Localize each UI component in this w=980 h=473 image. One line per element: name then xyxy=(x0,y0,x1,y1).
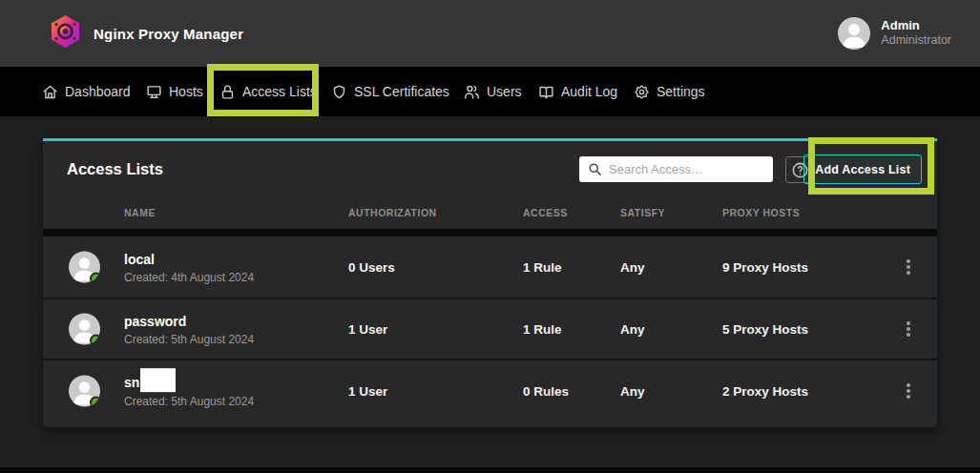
status-online-dot xyxy=(90,273,100,283)
access-lists-panel: Access Lists Add Access List NAME AUTHOR… xyxy=(43,138,937,427)
table-row[interactable]: password Created: 5th August 2024 1 User… xyxy=(43,298,937,359)
nav-item-settings[interactable]: Settings xyxy=(634,67,705,116)
status-online-dot xyxy=(90,397,100,407)
row-menu-kebab-icon[interactable] xyxy=(898,317,919,341)
search-box xyxy=(579,156,773,182)
access-list-created: Created: 5th August 2024 xyxy=(124,333,254,346)
topbar: Nginx Proxy Manager Admin Administrator xyxy=(0,0,980,67)
status-online-dot xyxy=(90,335,100,345)
table-header-row: NAME AUTHORIZATION ACCESS SATISFY PROXY … xyxy=(43,196,937,229)
app-title: Nginx Proxy Manager xyxy=(94,26,243,42)
column-header-name: NAME xyxy=(124,207,156,218)
cell-satisfy: Any xyxy=(620,322,645,337)
row-menu-kebab-icon[interactable] xyxy=(898,379,919,403)
access-list-created: Created: 5th August 2024 xyxy=(124,395,254,408)
gear-icon xyxy=(634,84,650,100)
table-header-divider xyxy=(43,229,937,236)
shield-icon xyxy=(331,84,347,100)
cell-proxy-hosts: 2 Proxy Hosts xyxy=(722,384,808,399)
nav-label-audit-log: Audit Log xyxy=(561,84,617,99)
access-list-avatar xyxy=(69,252,100,283)
cell-satisfy: Any xyxy=(620,384,645,399)
home-icon xyxy=(42,84,58,100)
nav-label-hosts: Hosts xyxy=(169,84,203,99)
nav-item-audit-log[interactable]: Audit Log xyxy=(538,67,617,116)
add-access-list-button[interactable]: Add Access List xyxy=(803,154,922,184)
cell-authorization: 1 User xyxy=(348,384,387,399)
cell-proxy-hosts: 9 Proxy Hosts xyxy=(722,260,808,275)
lock-icon xyxy=(219,84,236,100)
app-logo-icon xyxy=(50,14,81,52)
book-icon xyxy=(538,84,554,100)
column-header-authorization: AUTHORIZATION xyxy=(348,207,437,218)
cell-access: 1 Rule xyxy=(523,322,562,337)
user-avatar xyxy=(838,17,870,50)
page-title: Access Lists xyxy=(67,160,163,178)
table-row[interactable]: sn Created: 5th August 2024 1 User 0 Rul… xyxy=(43,359,937,422)
bottom-edge-strip xyxy=(0,467,980,473)
nav-label-ssl-certificates: SSL Certificates xyxy=(354,84,449,99)
nav-label-dashboard: Dashboard xyxy=(65,84,131,99)
nav-item-dashboard[interactable]: Dashboard xyxy=(42,67,131,116)
column-header-proxy-hosts: PROXY HOSTS xyxy=(722,207,800,218)
user-menu[interactable]: Admin Administrator xyxy=(838,17,951,50)
access-list-name: sn xyxy=(124,375,139,391)
cell-proxy-hosts: 5 Proxy Hosts xyxy=(722,322,808,337)
nav-item-access-lists[interactable]: Access Lists xyxy=(219,67,317,116)
cell-access: 0 Rules xyxy=(523,384,569,399)
row-menu-kebab-icon[interactable] xyxy=(898,255,919,279)
column-header-satisfy: SATISFY xyxy=(620,207,665,218)
brand: Nginx Proxy Manager xyxy=(50,14,243,52)
panel-header: Access Lists Add Access List xyxy=(43,141,937,196)
table-row[interactable]: local Created: 4th August 2024 0 Users 1… xyxy=(43,236,937,298)
nav-label-settings: Settings xyxy=(657,84,705,99)
user-name: Admin xyxy=(881,18,951,33)
nav-label-access-lists: Access Lists xyxy=(242,84,317,99)
monitor-icon xyxy=(146,84,162,100)
nginx-proxy-manager-app: Nginx Proxy Manager Admin Administrator … xyxy=(0,0,980,473)
access-list-name: password xyxy=(124,314,186,330)
user-role: Administrator xyxy=(881,33,951,49)
nav-item-ssl-certificates[interactable]: SSL Certificates xyxy=(331,67,449,116)
cell-authorization: 0 Users xyxy=(348,260,395,275)
access-list-created: Created: 4th August 2024 xyxy=(124,271,254,284)
search-input[interactable] xyxy=(579,156,773,182)
cell-authorization: 1 User xyxy=(348,322,387,337)
column-header-access: ACCESS xyxy=(523,207,568,218)
access-list-avatar xyxy=(69,314,100,345)
nav-item-hosts[interactable]: Hosts xyxy=(146,67,203,116)
cell-satisfy: Any xyxy=(620,260,645,275)
nav-label-users: Users xyxy=(487,84,522,99)
access-list-name: local xyxy=(124,252,155,268)
main-nav: Dashboard Hosts Access Lists SSL Certifi… xyxy=(0,67,980,116)
redaction-box xyxy=(140,368,176,392)
nav-item-users[interactable]: Users xyxy=(464,67,522,116)
cell-access: 1 Rule xyxy=(523,260,562,275)
users-icon xyxy=(464,84,480,100)
access-list-avatar xyxy=(69,376,100,407)
